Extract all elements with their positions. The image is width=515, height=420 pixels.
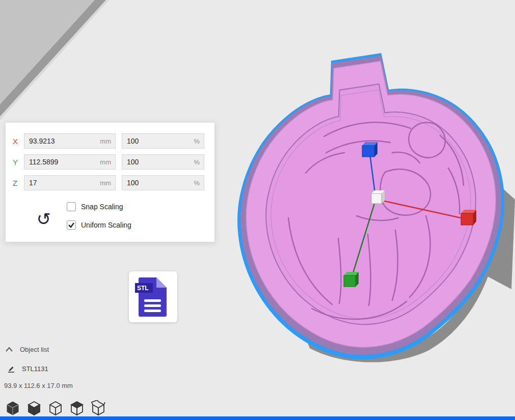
scale-row-z: Z mm %: [13, 175, 204, 190]
stl-file-icon[interactable]: STL: [129, 271, 177, 322]
stl-badge-label: STL: [137, 285, 149, 292]
pencil-icon: [7, 365, 15, 373]
scale-x-mm-input[interactable]: [24, 134, 115, 148]
open-box-icon: [91, 400, 105, 415]
scale-y-percent-input[interactable]: [122, 155, 204, 169]
view-right-button[interactable]: [90, 400, 107, 415]
cube-solid-icon: [6, 400, 20, 415]
cube-outline-icon: [48, 400, 63, 415]
scale-y-mm-field: mm: [24, 154, 116, 170]
view-left-button[interactable]: [68, 400, 86, 415]
axis-x-label: X: [13, 137, 18, 146]
axis-z-label: Z: [13, 179, 18, 187]
build-plate: [0, 0, 109, 120]
object-list-toggle[interactable]: Object list: [5, 346, 49, 353]
axis-y-label: Y: [13, 158, 18, 166]
object-list-item[interactable]: STL1131: [7, 365, 48, 373]
scale-z-mm-field: mm: [24, 175, 116, 190]
cube-top-face-icon: [70, 400, 84, 415]
object-name: STL1131: [22, 365, 48, 373]
model-stl1131[interactable]: [237, 53, 515, 362]
scale-z-mm-input[interactable]: [24, 176, 115, 190]
scale-y-percent-field: %: [122, 154, 204, 170]
scale-y-mm-input[interactable]: [24, 155, 115, 169]
scale-handle-y[interactable]: [344, 272, 359, 287]
uniform-scaling-checkbox[interactable]: Uniform Scaling: [67, 220, 131, 230]
snap-scaling-checkbox[interactable]: Snap Scaling: [67, 202, 123, 211]
view-top-button[interactable]: [47, 400, 64, 415]
view-front-button[interactable]: [25, 400, 43, 415]
scale-x-percent-field: %: [122, 133, 204, 149]
scale-row-y: Y mm %: [13, 154, 204, 170]
uniform-scaling-checkbox-box[interactable]: [67, 220, 76, 230]
scale-x-percent-input[interactable]: [122, 134, 204, 148]
status-bar: [0, 416, 515, 420]
scale-row-x: X mm %: [13, 133, 204, 149]
scale-tool-panel: X mm % Y mm % Z mm % ↺: [5, 122, 215, 242]
scale-handle-x[interactable]: [461, 210, 476, 225]
cube-front-face-icon: [27, 400, 41, 415]
stl-document-icon: STL: [129, 271, 177, 322]
scale-z-percent-field: %: [122, 175, 204, 190]
uniform-scaling-label: Uniform Scaling: [81, 221, 131, 229]
scale-handle-z[interactable]: [362, 142, 377, 157]
snap-scaling-checkbox-box[interactable]: [67, 202, 76, 211]
scale-z-percent-input[interactable]: [122, 176, 204, 190]
check-icon: [68, 221, 75, 229]
object-list-label: Object list: [20, 346, 49, 353]
object-dimensions: 93.9 x 112.6 x 17.0 mm: [4, 382, 73, 389]
chevron-up-icon: [5, 347, 13, 352]
view-toolbar: [4, 400, 107, 415]
view-3d-button[interactable]: [4, 400, 21, 415]
reset-scale-button[interactable]: ↺: [32, 207, 56, 231]
scale-x-mm-field: mm: [24, 133, 116, 149]
scale-handle-center[interactable]: [371, 190, 385, 204]
snap-scaling-label: Snap Scaling: [81, 203, 123, 211]
